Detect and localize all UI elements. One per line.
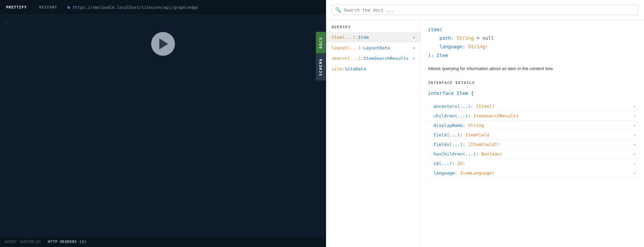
line-numbers: 1 (0, 15, 10, 236)
interface-name: Item (457, 90, 468, 96)
prettify-button[interactable]: PRETTIFY (0, 0, 33, 15)
iface-arrow-children: ▶ (634, 114, 636, 118)
editor-body: 1 DOCS SCHEMA (0, 15, 326, 236)
nav-item-item[interactable]: item(...): Item ▶ (326, 32, 421, 43)
editor-panel: PRETTIFY HISTORY https://xmcloudcm.local… (0, 0, 326, 247)
iface-arrow-displayname: ▶ (634, 124, 636, 127)
interface-brace: { (468, 90, 474, 96)
line-number: 1 (4, 19, 7, 26)
nav-item-layout[interactable]: layout(...): LayoutData ▶ (326, 43, 421, 53)
detail-param1-name: path: (440, 35, 457, 41)
run-query-button[interactable] (151, 32, 175, 56)
iface-arrow-fields: ▶ (634, 143, 636, 146)
detail-description: Allows querying for information about an… (428, 65, 637, 72)
nav-item-search[interactable]: search(...): ItemSearchResults ▶ (326, 53, 421, 64)
nav-arrow-layout: ▶ (413, 46, 415, 50)
iface-arrow-haschildren: ▶ (634, 152, 636, 156)
history-button[interactable]: HISTORY (33, 0, 63, 15)
iface-item-displayname[interactable]: displayName: String ▶ (428, 121, 637, 130)
interface-header: interface Item { (428, 89, 637, 99)
iface-item-id[interactable]: id(...): ID! ▶ (428, 159, 637, 168)
detail-return-type: Item (436, 53, 448, 58)
side-tabs: DOCS SCHEMA (316, 32, 326, 80)
docs-search-area: 🔍 (326, 0, 644, 20)
schema-tab[interactable]: SCHEMA (316, 53, 326, 81)
url-status-dot (67, 6, 70, 9)
docs-body: QUERIES item(...): Item ▶ layout(...): L… (326, 20, 644, 247)
url-text: https://xmcloudcm.localhost/sitecore/api… (73, 5, 198, 10)
detail-param1-eq: = (474, 35, 482, 41)
detail-param1-val: null (482, 35, 494, 41)
docs-panel: 🔍 QUERIES item(...): Item ▶ layout(...):… (326, 0, 644, 247)
detail-param2-name: language: (440, 44, 468, 49)
iface-arrow-language: ▶ (634, 171, 636, 175)
nav-item-site[interactable]: site: SiteData (326, 64, 421, 74)
iface-item-children[interactable]: children(...): ItemSearchResults ▶ (428, 111, 637, 121)
detail-item-fn: item( (428, 27, 442, 32)
iface-arrow-field: ▶ (634, 133, 636, 137)
detail-param2-type: String! (468, 44, 488, 49)
iface-arrow-id: ▶ (634, 162, 636, 165)
iface-item-ancestors[interactable]: ancestors(...): [Item]! ▶ (428, 102, 637, 111)
nav-arrow-item: ▶ (413, 35, 415, 39)
search-input[interactable] (344, 7, 635, 13)
bottom-bar: QUERY VARIABLES HTTP HEADERS (1) (0, 236, 326, 247)
iface-arrow-ancestors: ▶ (634, 104, 636, 108)
detail-return-prefix: ): (428, 53, 436, 58)
detail-signature: item( path: String = null language: Stri… (428, 26, 637, 60)
iface-item-fields[interactable]: fields(...): [ItemField]! ▶ (428, 140, 637, 149)
docs-detail: item( path: String = null language: Stri… (421, 20, 644, 247)
interface-kw: interface (428, 90, 457, 96)
docs-tab[interactable]: DOCS (316, 32, 326, 53)
iface-item-language[interactable]: language: ItemLanguage! ▶ (428, 168, 637, 178)
search-icon: 🔍 (335, 7, 341, 13)
interface-section-label: INTERFACE DETAILS (428, 81, 637, 85)
search-input-wrap: 🔍 (332, 5, 639, 15)
docs-nav: QUERIES item(...): Item ▶ layout(...): L… (326, 20, 421, 247)
iface-item-field[interactable]: field(...): ItemField ▶ (428, 130, 637, 140)
http-headers-tab[interactable]: HTTP HEADERS (1) (48, 240, 87, 244)
url-bar: https://xmcloudcm.localhost/sitecore/api… (63, 5, 326, 10)
nav-arrow-search: ▶ (413, 56, 415, 60)
detail-param1-type: String (457, 35, 474, 41)
queries-section-label: QUERIES (326, 20, 421, 32)
toolbar: PRETTIFY HISTORY https://xmcloudcm.local… (0, 0, 326, 15)
query-variables-tab[interactable]: QUERY VARIABLES (5, 240, 41, 244)
iface-item-haschildren[interactable]: hasChildren(...): Boolean! ▶ (428, 149, 637, 159)
